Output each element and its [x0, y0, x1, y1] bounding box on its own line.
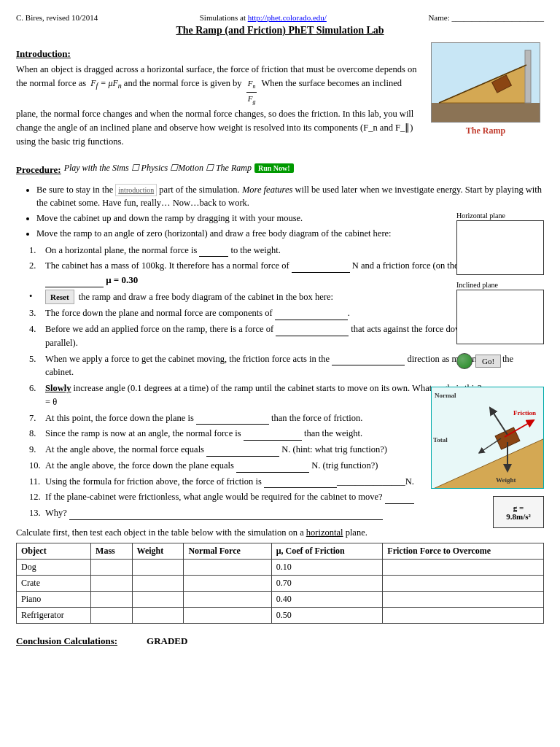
cell-normal [184, 575, 271, 591]
formula-friction: Ff = μFn [88, 78, 124, 88]
blank-5 [332, 355, 405, 365]
table-row: Piano 0.40 [17, 591, 544, 607]
cell-normal [184, 607, 271, 623]
blank-12 [385, 494, 414, 504]
cell-mass [91, 591, 133, 607]
horizontal-plane-label: Horizontal plane [456, 212, 505, 220]
page-title: The Ramp (and Friction) PhET Simulation … [16, 25, 544, 36]
intro-text-block: Introduction: When an object is dragged … [16, 42, 420, 152]
horizontal-draw-box [456, 220, 544, 275]
svg-rect-4 [525, 50, 531, 103]
table-row: Crate 0.70 [17, 575, 544, 591]
blank-13 [69, 510, 383, 520]
name-field: Name: _______________________ [428, 13, 544, 22]
ramp-label: The Ramp [466, 125, 505, 136]
table-body: Dog 0.10 Crate 0.70 Piano 0.40 [17, 559, 544, 623]
formula-normal: Fn Fg [246, 77, 257, 107]
ramp-image-area: The Ramp [427, 42, 544, 152]
cell-weight [132, 575, 184, 591]
blank-2b [45, 277, 104, 287]
cell-normal [184, 559, 271, 575]
cell-weight [132, 591, 184, 607]
table-row: Dog 0.10 [17, 559, 544, 575]
inclined-plane-label: Inclined plane [456, 281, 498, 289]
svg-text:Normal: Normal [435, 392, 456, 399]
bullet-item-1: Be sure to stay in the introduction part… [36, 183, 544, 211]
blank-7 [196, 414, 269, 425]
blank-11 [264, 478, 337, 488]
gravity-box: g = 9.8m/s² [493, 496, 544, 528]
go-button[interactable]: Go! [475, 355, 501, 368]
blank-10 [236, 462, 309, 473]
cell-mass [91, 607, 133, 623]
horizontal-plane-box: Horizontal plane [456, 212, 544, 275]
cell-mass [91, 575, 133, 591]
numbered-item-12: 12. If the plane-cabinet were frictionle… [29, 490, 544, 504]
graded-label: GRADED [147, 635, 187, 647]
cell-friction [383, 607, 544, 623]
cell-friction [383, 575, 544, 591]
cell-object: Refrigerator [17, 607, 91, 623]
intro-heading: Introduction: [16, 48, 420, 60]
calc-text: Calculate first, then test each object i… [16, 526, 544, 540]
ramp-svg [432, 43, 540, 123]
gravity-label: g = [513, 503, 524, 512]
blank-3 [275, 310, 348, 320]
cell-mu: 0.40 [271, 591, 383, 607]
cell-object: Crate [17, 575, 91, 591]
svg-text:Weight: Weight [496, 476, 516, 484]
table-header-row: Object Mass Weight Normal Force μ, Coef … [17, 543, 544, 559]
cell-normal [184, 591, 271, 607]
author-label: C. Bires, revised 10/2014 [16, 13, 98, 22]
run-now-button[interactable]: Run Now! [254, 163, 294, 173]
col-object: Object [17, 543, 91, 559]
procedure-heading-line: Procedure: Play with the Sims ☐ Physics … [16, 158, 544, 179]
reset-button[interactable]: Reset [45, 290, 74, 305]
blank-1 [199, 247, 228, 257]
sim-label: Simulations at http://phet.colorado.edu/ [200, 13, 327, 22]
top-section: Introduction: When an object is dragged … [16, 42, 544, 152]
col-mass: Mass [91, 543, 133, 559]
blank-4 [276, 326, 349, 336]
svg-rect-1 [432, 103, 540, 123]
col-mu: μ, Coef of Friction [271, 543, 383, 559]
header: C. Bires, revised 10/2014 Simulations at… [16, 13, 544, 22]
sim-url[interactable]: http://phet.colorado.edu/ [248, 13, 327, 22]
conclusion-heading: Conclusion Calculations: [16, 635, 117, 647]
inclined-draw-box [456, 290, 544, 344]
go-button-area: Go! [456, 353, 544, 369]
right-boxes: Horizontal plane Inclined plane Go! [456, 212, 544, 369]
data-table: Object Mass Weight Normal Force μ, Coef … [16, 543, 544, 624]
table-section: Calculate first, then test each object i… [16, 526, 544, 624]
cell-friction [383, 591, 544, 607]
svg-text:Total: Total [433, 436, 448, 444]
forces-svg: Normal Total Friction Weight [432, 387, 544, 489]
ramp-image [431, 42, 540, 123]
conclusion-section: Conclusion Calculations: GRADED [16, 630, 544, 650]
cell-mu: 0.70 [271, 575, 383, 591]
intro-badge: introduction [115, 184, 157, 196]
svg-text:Friction: Friction [513, 409, 536, 417]
inclined-plane-box: Inclined plane [456, 281, 544, 344]
col-normal: Normal Force [184, 543, 271, 559]
numbered-item-13: 13. Why? [29, 506, 544, 520]
col-friction: Friction Force to Overcome [383, 543, 544, 559]
intro-paragraph: When an object is dragged across a horiz… [16, 63, 420, 150]
cell-mass [91, 559, 133, 575]
col-weight: Weight [132, 543, 184, 559]
blank-9 [206, 446, 279, 457]
table-row: Refrigerator 0.50 [17, 607, 544, 623]
forces-diagram: Normal Total Friction Weight [431, 387, 544, 489]
cell-weight [132, 559, 184, 575]
nav-path: Play with the Sims ☐ Physics ☐Motion ☐ T… [64, 163, 252, 174]
cell-object: Dog [17, 559, 91, 575]
cell-mu: 0.10 [271, 559, 383, 575]
blank-2a [292, 263, 350, 273]
go-circle-icon [456, 353, 472, 369]
procedure-heading: Procedure: [16, 164, 61, 176]
cell-friction [383, 559, 544, 575]
blank-8 [244, 430, 302, 441]
cell-object: Piano [17, 591, 91, 607]
cell-mu: 0.50 [271, 607, 383, 623]
cell-weight [132, 607, 184, 623]
